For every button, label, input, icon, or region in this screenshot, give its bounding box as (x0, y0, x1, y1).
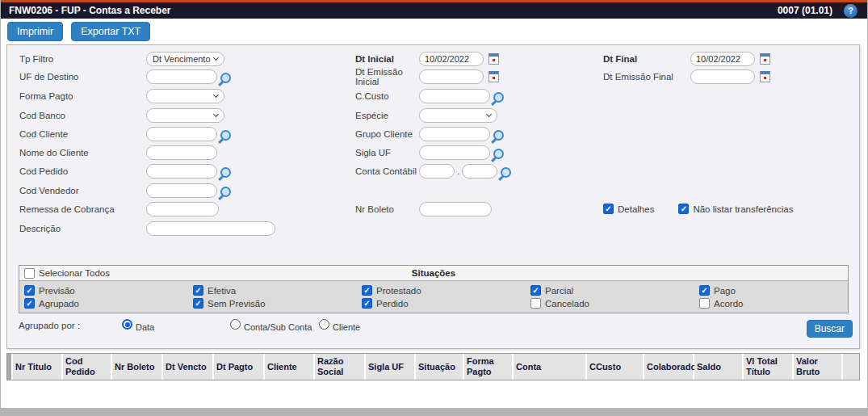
column-header-vl-total-titulo[interactable]: Vl Total Título (744, 354, 794, 380)
c-custo-input[interactable] (419, 89, 490, 103)
situacao-acordo-checkbox[interactable]: Acordo (699, 298, 848, 309)
nome-cliente-input[interactable] (146, 145, 217, 160)
conta-contabil-input-1[interactable] (419, 164, 455, 179)
column-header-conta[interactable]: Conta (514, 354, 587, 380)
imprimir-button[interactable]: Imprimir (7, 22, 63, 41)
checkbox-icon[interactable] (24, 298, 35, 309)
field-label: Conta Contábil (355, 166, 419, 176)
nao-listar-transferencias-checkbox[interactable]: Não listar transferências (678, 204, 793, 214)
conta-contabil-input-2[interactable] (462, 164, 497, 179)
column-header-sigla-uf[interactable]: Sigla UF (366, 354, 416, 380)
calendar-icon[interactable] (489, 53, 499, 65)
exportar-txt-button[interactable]: Exportar TXT (71, 22, 150, 41)
column-header-forma-pagto[interactable]: Forma Pagto (464, 354, 514, 380)
field-label: Remessa de Cobrança (19, 204, 146, 214)
radio-icon[interactable] (319, 319, 329, 330)
checkbox-icon[interactable] (24, 268, 35, 279)
search-icon[interactable] (501, 167, 511, 178)
column-header-situacao[interactable]: Situação (416, 354, 464, 380)
dt-emissao-final-input[interactable] (690, 69, 755, 84)
column-header-cliente[interactable]: Cliente (265, 354, 315, 380)
checkbox-icon[interactable] (603, 204, 614, 214)
situacao-parcial-checkbox[interactable]: Parcial (530, 285, 699, 296)
remessa-input[interactable] (146, 202, 219, 216)
column-header-cod-pedido[interactable]: Cod Pedido (63, 354, 112, 380)
radio-icon[interactable] (122, 319, 132, 330)
radio-data[interactable]: Data (122, 319, 154, 332)
radio-cliente[interactable]: Cliente (319, 319, 360, 332)
radio-icon[interactable] (230, 319, 241, 330)
search-icon[interactable] (220, 130, 231, 141)
checkbox-icon[interactable] (699, 285, 710, 296)
search-icon[interactable] (493, 149, 504, 159)
column-header-nr-titulo[interactable]: Nr Titulo (13, 354, 63, 380)
field-nome-cliente: Nome do Cliente (19, 145, 217, 160)
column-header-nr-boleto[interactable]: Nr Boleto (112, 354, 163, 380)
situacoes-box: Situações Selecionar Todos Previsão Efet… (19, 265, 849, 313)
situacao-sem-previsao-checkbox[interactable]: Sem Previsão (193, 298, 362, 309)
field-label: Cod Vendedor (19, 186, 146, 195)
descricao-input[interactable] (146, 221, 275, 236)
uf-destino-input[interactable] (146, 69, 217, 84)
cod-banco-select[interactable] (146, 108, 224, 123)
situacao-pago-checkbox[interactable]: Pago (699, 285, 848, 296)
search-icon[interactable] (493, 130, 504, 141)
dt-emissao-inicial-input[interactable] (419, 69, 484, 84)
checkbox-icon[interactable] (530, 285, 541, 296)
search-icon[interactable] (493, 92, 504, 103)
field-cod-banco: Cod Banco (19, 107, 224, 123)
detalhes-checkbox[interactable]: Detalhes (603, 204, 654, 214)
situacao-previsao-checkbox[interactable]: Previsão (24, 285, 193, 296)
checkbox-icon[interactable] (678, 204, 689, 214)
checkbox-icon[interactable] (362, 285, 372, 296)
column-header-filler (843, 354, 859, 380)
field-label: Cod Banco (19, 111, 146, 120)
situacao-efetiva-checkbox[interactable]: Efetiva (193, 285, 362, 296)
dt-final-input[interactable] (690, 52, 755, 66)
checkbox-icon[interactable] (530, 298, 541, 309)
field-label: Grupo Cliente (355, 129, 419, 139)
calendar-icon[interactable] (760, 71, 770, 82)
column-header-valor-bruto[interactable]: Valor Bruto (794, 354, 843, 380)
sigla-uf-input[interactable] (419, 145, 490, 160)
radio-conta-sub-conta[interactable]: Conta/Sub Conta (230, 319, 312, 332)
search-icon[interactable] (220, 73, 231, 83)
column-header-razao-social[interactable]: Razão Social (315, 354, 366, 380)
cod-pedido-input[interactable] (146, 164, 217, 179)
situacao-protestado-checkbox[interactable]: Protestado (362, 285, 530, 296)
tp-filtro-select[interactable]: Dt Vencimento (146, 52, 224, 66)
search-icon[interactable] (220, 167, 231, 178)
cod-cliente-input[interactable] (146, 127, 217, 141)
forma-pagto-select[interactable] (146, 89, 224, 103)
column-header-dt-pagto[interactable]: Dt Pagto (214, 354, 265, 380)
checkbox-icon[interactable] (362, 298, 372, 309)
checkbox-icon[interactable] (193, 298, 203, 309)
field-nr-boleto: Nr Boleto (355, 201, 492, 216)
bottom-scrollbar[interactable] (1, 408, 867, 416)
selecionar-todos-checkbox[interactable]: Selecionar Todos (24, 268, 110, 279)
checkbox-label: Parcial (545, 286, 573, 296)
situacao-perdido-checkbox[interactable]: Perdido (362, 298, 530, 309)
radio-label: Cliente (333, 322, 360, 332)
field-cod-vendedor: Cod Vendedor (19, 183, 231, 198)
help-icon[interactable]: ? (844, 4, 858, 18)
checkbox-icon[interactable] (193, 285, 203, 296)
grupo-cliente-input[interactable] (419, 127, 490, 141)
situacao-cancelado-checkbox[interactable]: Cancelado (530, 298, 699, 309)
page-title: FNW0206 - FUP - Contas a Receber (9, 5, 171, 16)
column-header-dt-vencto[interactable]: Dt Vencto (163, 354, 214, 380)
search-icon[interactable] (220, 187, 231, 197)
dt-inicial-input[interactable] (419, 52, 484, 66)
checkbox-icon[interactable] (24, 285, 35, 296)
column-header-saldo[interactable]: Saldo (694, 354, 744, 380)
calendar-icon[interactable] (760, 53, 770, 65)
calendar-icon[interactable] (489, 71, 499, 82)
column-header-ccusto[interactable]: CCusto (587, 354, 644, 380)
buscar-button[interactable]: Buscar (807, 320, 853, 338)
checkbox-icon[interactable] (699, 298, 710, 309)
nr-boleto-input[interactable] (419, 202, 492, 216)
column-header-colaborador[interactable]: Colaborador (644, 354, 694, 380)
cod-vendedor-input[interactable] (146, 183, 217, 198)
situacao-agrupado-checkbox[interactable]: Agrupado (24, 298, 193, 309)
especie-select[interactable] (419, 108, 497, 123)
